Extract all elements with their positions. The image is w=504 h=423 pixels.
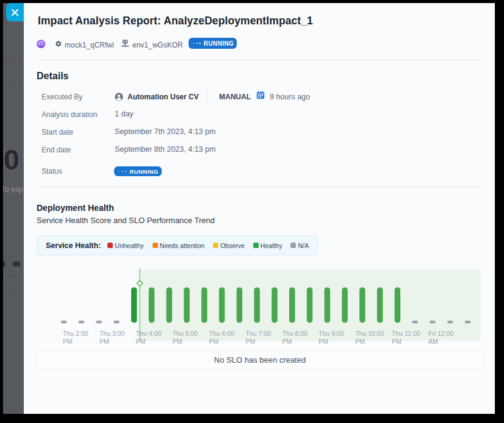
svg-text:Thu 2:00: Thu 2:00: [63, 330, 88, 337]
svg-text:AM: AM: [428, 338, 438, 345]
svg-text:PM: PM: [319, 338, 328, 345]
svg-text:PM: PM: [282, 338, 292, 345]
svg-text:Thu 9:00: Thu 9:00: [319, 330, 344, 337]
svg-text:PM: PM: [246, 338, 256, 345]
svg-text:Thu 10:00: Thu 10:00: [355, 330, 384, 337]
svg-text:Thu 5:00: Thu 5:00: [173, 330, 198, 337]
svg-text:PM: PM: [63, 338, 73, 345]
svg-text:PM: PM: [173, 338, 182, 345]
svg-text:Thu 8:00: Thu 8:00: [282, 330, 308, 337]
svg-text:Thu 4:00: Thu 4:00: [136, 330, 162, 337]
svg-text:Fri 12:00: Fri 12:00: [428, 330, 454, 337]
svg-text:Thu 6:00: Thu 6:00: [209, 330, 235, 337]
svg-text:PM: PM: [209, 338, 219, 345]
svg-text:Thu 7:00: Thu 7:00: [246, 330, 272, 337]
svg-text:PM: PM: [99, 338, 109, 345]
svg-text:PM: PM: [355, 338, 365, 345]
svg-text:Thu 3:00: Thu 3:00: [99, 330, 125, 337]
svg-text:PM: PM: [136, 338, 146, 345]
svg-text:PM: PM: [392, 338, 401, 345]
svg-text:Thu 11:00: Thu 11:00: [392, 330, 420, 337]
